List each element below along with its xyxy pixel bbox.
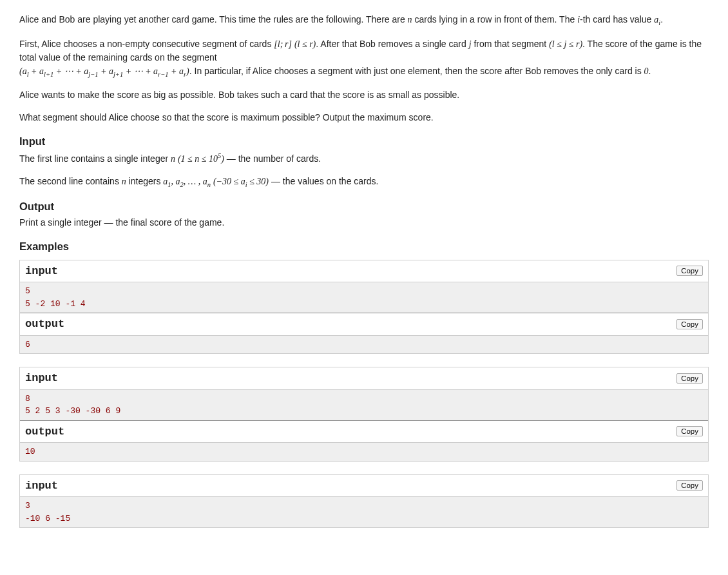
- math-a-list: a1, a2, … , an: [163, 177, 211, 186]
- text: -th card has value: [580, 14, 654, 24]
- statement-paragraph-2: First, Alice chooses a non-empty consecu…: [19, 37, 709, 80]
- sample-input-content: 8 5 2 5 3 -30 -30 6 9: [20, 390, 708, 420]
- output-label: output: [25, 424, 64, 440]
- text: .: [660, 14, 663, 24]
- text: The second line contains: [19, 176, 122, 186]
- statement-paragraph-3: Alice wants to make the score as big as …: [19, 88, 709, 102]
- text: — the values on the cards.: [269, 176, 378, 186]
- example-block-3: input Copy 3 -10 6 -15: [19, 474, 709, 529]
- math-l-le-j-le-r: (l ≤ j ≤ r): [549, 39, 582, 49]
- copy-button[interactable]: Copy: [676, 266, 703, 276]
- math-a-range: (−30 ≤ ai ≤ 30): [213, 177, 269, 186]
- text: .: [649, 66, 651, 76]
- examples-section-title: Examples: [19, 239, 709, 255]
- input-section-title: Input: [19, 133, 709, 150]
- output-section-title: Output: [19, 199, 709, 215]
- math-n: n: [122, 177, 126, 186]
- sample-input-header: input Copy: [20, 475, 708, 498]
- sample-input-header: input Copy: [20, 367, 708, 390]
- math-n-range: (1 ≤ n ≤ 105): [178, 154, 224, 164]
- text: cards lying in a row in front of them. T…: [412, 14, 578, 24]
- math-l-le-r: (l ≤ r): [294, 39, 316, 49]
- statement-paragraph-1: Alice and Bob are playing yet another ca…: [19, 13, 709, 28]
- copy-button[interactable]: Copy: [676, 319, 703, 329]
- math-n: n: [408, 15, 412, 24]
- input-label: input: [25, 263, 58, 280]
- text: Alice and Bob are playing yet another ca…: [19, 14, 408, 24]
- sample-output-header: output Copy: [20, 420, 708, 443]
- sample-input-header: input Copy: [20, 260, 708, 283]
- copy-button[interactable]: Copy: [676, 480, 703, 491]
- text: . In particular, if Alice chooses a segm…: [189, 66, 644, 76]
- math-sum: (al + al+1 + ⋯ + aj−1 + aj+1 + ⋯ + ar−1 …: [19, 66, 189, 76]
- copy-button[interactable]: Copy: [676, 373, 703, 384]
- math-lr: [l; r]: [274, 39, 292, 49]
- math-n: n: [171, 154, 175, 164]
- statement-paragraph-4: What segment should Alice choose so that…: [19, 111, 709, 124]
- input-line-1: The first line contains a single integer…: [19, 151, 709, 166]
- example-block-2: input Copy 8 5 2 5 3 -30 -30 6 9 output …: [19, 367, 709, 462]
- text: — the number of cards.: [224, 153, 321, 164]
- sample-output-header: output Copy: [20, 313, 708, 336]
- text: . After that Bob removes a single card: [316, 39, 468, 49]
- input-line-2: The second line contains n integers a1, …: [19, 175, 709, 190]
- output-label: output: [25, 316, 64, 333]
- sample-input-content: 5 5 -2 10 -1 4: [20, 282, 708, 313]
- text: integers: [126, 176, 164, 186]
- input-label: input: [25, 478, 58, 494]
- sample-input-content: 3 -10 6 -15: [20, 497, 708, 527]
- text: The first line contains a single integer: [19, 153, 171, 164]
- copy-button[interactable]: Copy: [676, 426, 703, 436]
- output-text: Print a single integer — the final score…: [19, 216, 709, 229]
- math-zero: 0: [644, 66, 649, 76]
- text: First, Alice chooses a non-empty consecu…: [19, 39, 274, 49]
- text: from that segment: [472, 39, 550, 49]
- input-label: input: [25, 370, 58, 387]
- math-ai: ai: [654, 15, 660, 24]
- sample-output-content: 6: [20, 336, 708, 354]
- example-block-1: input Copy 5 5 -2 10 -1 4 output Copy 6: [19, 260, 709, 355]
- sample-output-content: 10: [20, 443, 708, 461]
